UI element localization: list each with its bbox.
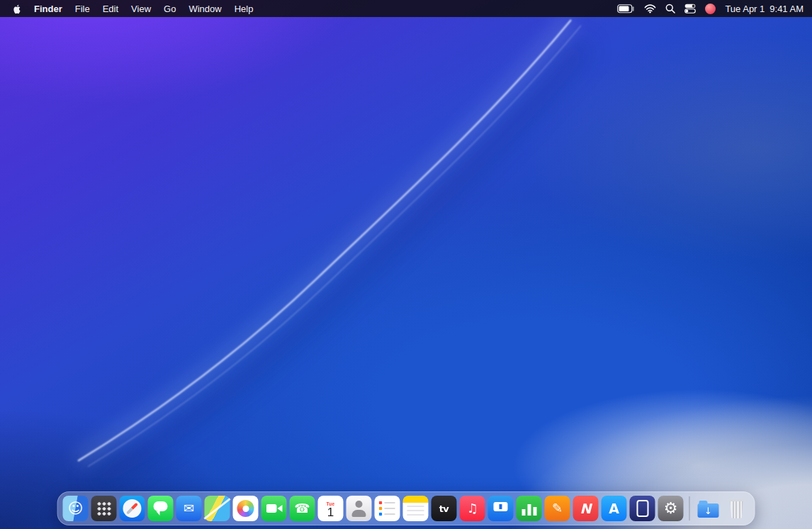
menu-file[interactable]: File: [69, 0, 96, 17]
phone-glyph: ☎: [294, 502, 310, 515]
dock: ☺✉☎Tue1tv♫✎NA⚙↓: [57, 491, 755, 525]
wifi-icon[interactable]: [644, 4, 656, 13]
menu-items-container: FileEditViewGoWindowHelp: [69, 0, 260, 17]
dock-icon-app-store[interactable]: A: [602, 496, 627, 521]
account-avatar[interactable]: [705, 4, 716, 14]
menu-bar-clock[interactable]: Tue Apr 1 9:41 AM: [725, 4, 803, 14]
clock-date: Tue Apr 1: [725, 4, 765, 14]
menu-go[interactable]: Go: [157, 0, 182, 17]
dock-icon-downloads[interactable]: ↓: [696, 496, 721, 521]
dock-icon-mail[interactable]: ✉: [176, 496, 202, 521]
menu-edit[interactable]: Edit: [96, 0, 125, 17]
app-menu-finder[interactable]: Finder: [28, 0, 69, 17]
dock-icon-contacts[interactable]: [346, 496, 372, 521]
dock-icon-launchpad[interactable]: [91, 496, 117, 521]
menu-bar: Finder FileEditViewGoWindowHelp: [0, 0, 812, 17]
dock-icon-numbers[interactable]: [517, 496, 542, 521]
app-store-glyph: A: [609, 502, 619, 516]
system-settings-glyph: ⚙: [664, 501, 678, 516]
menu-window[interactable]: Window: [182, 0, 227, 17]
calendar-day: 1: [327, 506, 334, 519]
dock-icon-messages[interactable]: [148, 496, 174, 521]
apple-logo-icon: [12, 4, 21, 14]
dock-icon-iphone-mirroring[interactable]: [630, 496, 655, 521]
finder-glyph: ☺: [68, 501, 84, 516]
dock-icon-system-settings[interactable]: ⚙: [658, 496, 684, 521]
menu-bar-status-area: Tue Apr 1 9:41 AM: [617, 0, 812, 17]
dock-divider: [689, 496, 690, 520]
battery-icon[interactable]: [617, 4, 635, 13]
dock-icon-facetime[interactable]: [261, 496, 287, 521]
dock-icon-tv[interactable]: tv: [432, 496, 457, 521]
dock-icon-news[interactable]: N: [573, 496, 599, 521]
control-center-icon[interactable]: [684, 4, 696, 13]
dock-icon-music[interactable]: ♫: [460, 496, 485, 521]
dock-icon-phone[interactable]: ☎: [290, 496, 315, 521]
pages-glyph: ✎: [552, 502, 563, 515]
dock-icon-calendar[interactable]: Tue1: [318, 496, 344, 521]
dock-icon-maps[interactable]: [205, 496, 230, 521]
dock-icon-reminders[interactable]: [375, 496, 400, 521]
menu-help[interactable]: Help: [228, 0, 260, 17]
dock-icon-safari[interactable]: [120, 496, 145, 521]
music-glyph: ♫: [466, 502, 478, 515]
menu-view[interactable]: View: [125, 0, 157, 17]
apple-menu[interactable]: [6, 0, 28, 17]
clock-time: 9:41 AM: [769, 4, 803, 14]
desktop-screen: Finder FileEditViewGoWindowHelp: [0, 0, 812, 529]
news-glyph: N: [580, 502, 592, 516]
wallpaper-wave-graphic: [0, 0, 812, 529]
dock-icon-trash[interactable]: [724, 496, 750, 521]
dock-icon-notes[interactable]: [403, 496, 429, 521]
mail-glyph: ✉: [184, 502, 194, 515]
tv-glyph: tv: [439, 504, 449, 513]
dock-icon-pages[interactable]: ✎: [545, 496, 570, 521]
spotlight-search-icon[interactable]: [665, 4, 675, 13]
dock-icon-finder[interactable]: ☺: [63, 496, 89, 521]
dock-items-container: ☺✉☎Tue1tv♫✎NA⚙↓: [63, 496, 750, 521]
menu-bar-left: Finder FileEditViewGoWindowHelp: [0, 0, 259, 17]
downloads-glyph: ↓: [704, 506, 712, 516]
dock-icon-photos[interactable]: [233, 496, 259, 521]
dock-icon-keynote[interactable]: [488, 496, 514, 521]
